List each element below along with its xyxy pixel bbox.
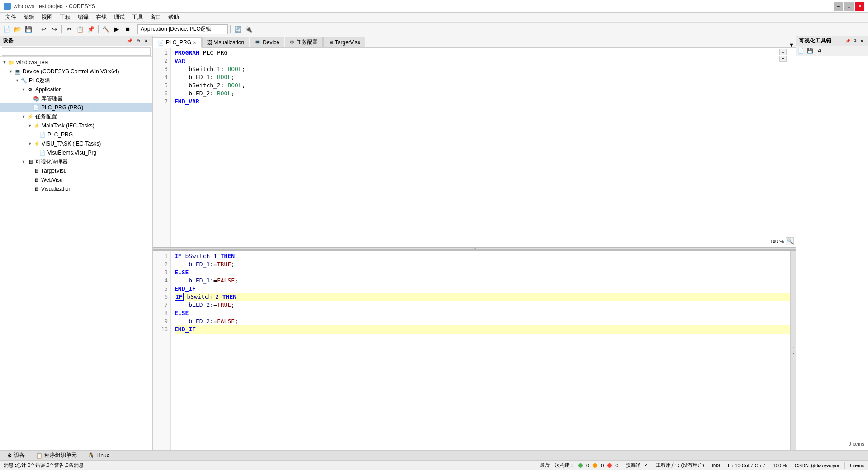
editor-tab-1[interactable]: 🖼Visualization (202, 37, 249, 47)
check-icon: ✓ (644, 462, 648, 468)
tree-label-1: Device (CODESYS Control Win V3 x64) (23, 68, 119, 75)
minimize-button[interactable]: – (834, 2, 843, 11)
status-sep3 (708, 462, 708, 469)
tree-toggle-2[interactable]: ▼ (14, 78, 20, 83)
copy-button[interactable]: 📋 (75, 24, 85, 34)
tree-item-7[interactable]: ▼⚡MainTask (IEC-Tasks) (0, 121, 152, 130)
menu-item-编辑[interactable]: 编辑 (20, 13, 38, 22)
tree-label-12: TargetVisu (41, 168, 66, 174)
refresh-button[interactable]: 🔄 (233, 24, 243, 34)
build-info: 最后一次构建： (540, 462, 575, 469)
tree-item-14[interactable]: 🖥Visualization (0, 184, 152, 193)
menu-item-工程[interactable]: 工程 (56, 13, 74, 22)
cut-button[interactable]: ✂ (64, 24, 74, 34)
rp-float-button[interactable]: ⧉ (852, 38, 858, 44)
messages-count: 0 (615, 463, 618, 468)
panel-close-button[interactable]: ✕ (142, 38, 150, 45)
tree-label-7: MainTask (IEC-Tasks) (42, 122, 94, 129)
redo-button[interactable]: ↪ (49, 24, 59, 34)
line-numbers-bottom: 12345678910 (153, 251, 171, 451)
tree-label-5: PLC_PRG (PRG) (41, 104, 83, 111)
tree-toggle-1[interactable]: ▼ (8, 69, 14, 74)
tree-item-0[interactable]: ▼📁windows_test (0, 58, 152, 67)
tree-item-5[interactable]: 📄PLC_PRG (PRG) (0, 103, 152, 112)
tree-item-10[interactable]: 📄VisuElems.Visu_Prg (0, 148, 152, 157)
tree-item-1[interactable]: ▼💻Device (CODESYS Control Win V3 x64) (0, 67, 152, 76)
tab-close-0[interactable]: ✕ (193, 40, 197, 45)
close-button[interactable]: ✕ (855, 2, 864, 11)
code-content-top[interactable]: PROGRAM PLC_PRGVAR bSwitch_1: BOOL; bLED… (171, 48, 796, 247)
bottom-tab-label-2: Linux (96, 452, 109, 459)
tree-icon-11: 🖥 (27, 158, 34, 165)
tabs-dropdown[interactable]: ▼ (787, 42, 796, 47)
code-content-bottom[interactable]: IF bSwitch_1 THEN bLED_1:=TRUE;ELSE bLED… (171, 251, 796, 451)
rp-print-button[interactable]: 🖨 (815, 47, 823, 55)
tree-spacer-8 (33, 132, 39, 137)
code-line-bottom-2: bLED_1:=TRUE; (175, 260, 792, 268)
stop-button[interactable]: ⏹ (123, 24, 132, 34)
rp-save-button[interactable]: 💾 (806, 47, 814, 55)
code-line-top-3: bSwitch_1: BOOL; (175, 65, 792, 73)
pane-collapse-button[interactable]: ▼ (779, 56, 787, 62)
tree-toggle-7[interactable]: ▼ (27, 123, 33, 128)
search-input[interactable] (2, 47, 151, 56)
tree-toggle-11[interactable]: ▼ (21, 159, 26, 164)
expand-up-button[interactable]: ▲ (791, 344, 796, 351)
tree-toggle-9[interactable]: ▼ (27, 141, 33, 146)
paste-button[interactable]: 📌 (86, 24, 96, 34)
rp-new-button[interactable]: 📄 (797, 47, 805, 55)
save-button[interactable]: 💾 (24, 24, 33, 34)
tree-item-2[interactable]: ▼🔧PLC逻辑 (0, 76, 152, 85)
tree-item-8[interactable]: 📄PLC_PRG (0, 130, 152, 139)
tree-item-3[interactable]: ▼⚙Application (0, 85, 152, 94)
rp-close-button[interactable]: ✕ (859, 38, 865, 44)
tree-item-12[interactable]: 🖥TargetVisu (0, 166, 152, 175)
bottom-tab-icon-0: ⚙ (7, 452, 12, 459)
menu-item-编译[interactable]: 编译 (74, 13, 92, 22)
zoom-reset-button[interactable]: 🔍 (786, 237, 794, 245)
undo-button[interactable]: ↩ (38, 24, 48, 34)
build-button[interactable]: 🔨 (101, 24, 111, 34)
editor-tab-2[interactable]: 💻Device (250, 37, 284, 47)
menu-item-工具[interactable]: 工具 (128, 13, 146, 22)
maximize-button[interactable]: □ (844, 2, 854, 11)
bottom-tab-1[interactable]: 📋程序组织单元 (30, 451, 82, 460)
pane-expand-button[interactable]: ▲ (779, 49, 787, 55)
menu-item-在线[interactable]: 在线 (92, 13, 110, 22)
menu-item-视图[interactable]: 视图 (38, 13, 56, 22)
menu-item-帮助[interactable]: 帮助 (165, 13, 183, 22)
panel-float-button[interactable]: ⧉ (134, 38, 142, 45)
menu-item-调试[interactable]: 调试 (110, 13, 128, 22)
tree-item-6[interactable]: ▼⚡任务配置 (0, 112, 152, 121)
tree-item-9[interactable]: ▼⚡VISU_TASK (IEC-Tasks) (0, 139, 152, 148)
device-dropdown[interactable]: Application [Device: PLC逻辑] (137, 24, 228, 34)
tree-item-4[interactable]: 📚库管理器 (0, 94, 152, 103)
tree-icon-2: 🔧 (20, 77, 28, 84)
expand-down-button[interactable]: ▼ (791, 351, 796, 357)
tree-item-11[interactable]: ▼🖥可视化管理器 (0, 157, 152, 166)
tree-label-13: WebVisu (41, 177, 63, 183)
rp-pin-button[interactable]: 📌 (844, 38, 851, 44)
open-button[interactable]: 📂 (13, 24, 23, 34)
header-controls: 📌 ⧉ ✕ (126, 38, 150, 45)
tree-toggle-0[interactable]: ▼ (2, 60, 7, 65)
editor-tab-0[interactable]: 📄PLC_PRG✕ (153, 37, 202, 48)
connect-button[interactable]: 🔌 (244, 24, 254, 34)
tree-label-3: Application (35, 86, 62, 93)
bottom-tab-0[interactable]: ⚙设备 (2, 451, 30, 460)
editor-tab-3[interactable]: ⚙任务配置 (285, 37, 323, 47)
right-panel: 可视化工具箱 📌 ⧉ ✕ 📄 💾 🖨 0 items (796, 36, 868, 450)
tree-toggle-6[interactable]: ▼ (21, 114, 26, 119)
new-button[interactable]: 📄 (2, 24, 12, 34)
bottom-tab-2[interactable]: 🐧Linux (82, 451, 115, 460)
tree-item-13[interactable]: 🖥WebVisu (0, 175, 152, 184)
panel-pin-button[interactable]: 📌 (126, 38, 133, 45)
line-num-top-2: 2 (153, 57, 170, 65)
menu-item-窗口[interactable]: 窗口 (146, 13, 165, 22)
run-button[interactable]: ▶ (112, 24, 122, 34)
code-line-top-2: VAR (175, 57, 792, 65)
menu-item-文件[interactable]: 文件 (2, 13, 20, 22)
tree-toggle-3[interactable]: ▼ (21, 87, 26, 92)
editor-tab-4[interactable]: 🖥TargetVisu (323, 37, 365, 47)
left-panel-header: 设备 📌 ⧉ ✕ (0, 36, 152, 46)
